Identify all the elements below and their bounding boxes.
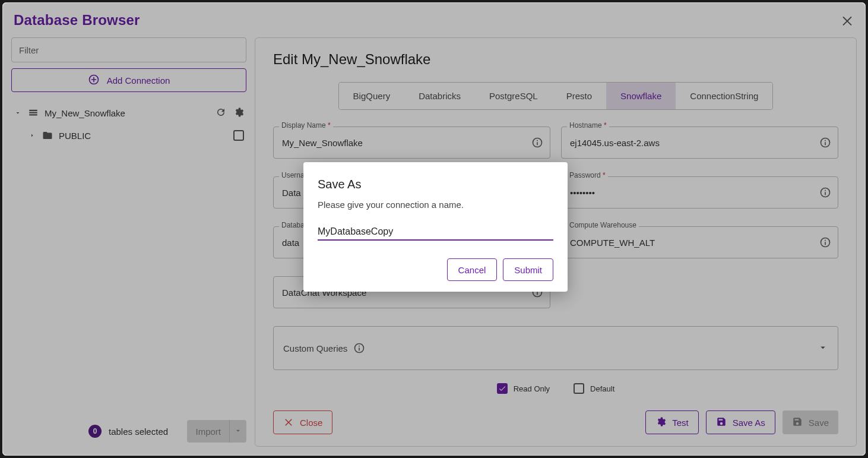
checkbox-unchecked-icon [574,383,584,394]
tab-bigquery[interactable]: BigQuery [339,83,405,109]
save-as-icon [716,416,727,429]
selected-count-badge: 0 [88,425,102,438]
info-icon[interactable] [819,137,831,149]
modal-title: Save As [318,178,553,191]
password-input[interactable] [561,176,838,209]
filter-input[interactable] [11,37,246,62]
hostname-field: Hostname * [561,127,838,159]
warehouse-input[interactable] [561,226,838,258]
custom-queries-label: Custom Queries [283,343,347,353]
close-icon [283,416,294,429]
close-button[interactable]: Close [273,410,332,434]
selected-count-label: tables selected [109,427,168,437]
modal-cancel-button[interactable]: Cancel [447,258,498,281]
import-button[interactable]: Import [187,420,230,443]
tab-snowflake[interactable]: Snowflake [606,83,676,109]
custom-queries-panel[interactable]: Custom Queries [273,326,838,370]
display-name-input[interactable] [273,127,550,159]
save-as-modal: Save As Please give your connection a na… [303,162,568,292]
tree-connection-row[interactable]: My_New_Snowflake [11,102,246,124]
plus-circle-icon [88,74,100,87]
tree-schema-row[interactable]: PUBLIC [11,124,246,147]
modal-prompt: Please give your connection a name. [318,200,553,210]
folder-icon [42,130,53,141]
add-connection-label: Add Connection [107,75,170,86]
save-icon [792,416,803,429]
gear-icon[interactable] [233,107,244,119]
connection-name: My_New_Snowflake [45,108,125,118]
info-icon[interactable] [531,137,543,149]
default-label: Default [590,384,614,393]
gear-icon [655,416,666,429]
connection-tree: My_New_Snowflake [11,102,246,147]
chevron-down-icon [234,427,242,437]
caret-down-icon [14,109,22,116]
info-icon[interactable] [819,236,831,248]
password-field: Password * [561,176,838,209]
default-checkbox[interactable]: Default [574,383,614,394]
info-icon [353,342,365,354]
read-only-checkbox[interactable]: Read Only [497,383,550,394]
test-button[interactable]: Test [645,410,699,434]
modal-name-input[interactable] [318,224,553,241]
checkbox-checked-icon [497,383,508,394]
hostname-input[interactable] [561,127,838,159]
add-connection-button[interactable]: Add Connection [11,68,246,92]
info-icon[interactable] [819,187,831,198]
sidebar: Add Connection My_New_Snowflake [11,37,246,447]
import-dropdown-button[interactable] [230,420,246,443]
tab-connectionstring[interactable]: ConnectionString [676,83,772,109]
connection-type-tabs: BigQuery Databricks PostgreSQL Presto Sn… [338,82,774,110]
display-name-field: Display Name * [273,127,550,159]
tab-presto[interactable]: Presto [552,83,606,109]
refresh-icon[interactable] [216,107,226,119]
schema-name: PUBLIC [59,131,91,141]
tab-postgresql[interactable]: PostgreSQL [475,83,552,109]
warehouse-field: Compute Warehouse [561,226,838,258]
edit-title: Edit My_New_Snowflake [273,51,838,68]
chevron-down-icon [818,342,828,355]
schema-checkbox[interactable] [233,130,244,141]
tab-databricks[interactable]: Databricks [404,83,475,109]
modal-submit-button[interactable]: Submit [503,258,553,281]
save-button: Save [783,410,838,434]
database-icon [28,108,39,118]
read-only-label: Read Only [514,384,550,393]
close-icon[interactable] [840,13,854,27]
caret-right-icon [28,132,36,139]
save-as-button[interactable]: Save As [706,410,775,434]
app-title: Database Browser [14,12,140,29]
